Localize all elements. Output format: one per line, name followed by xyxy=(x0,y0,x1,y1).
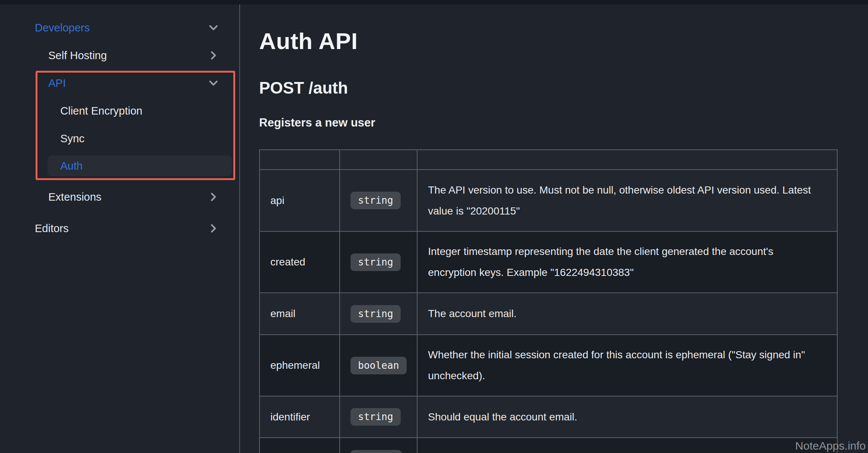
param-name: ephemeral xyxy=(260,335,340,396)
param-name xyxy=(260,438,340,453)
sidebar-item-label: Auth xyxy=(48,160,83,172)
top-edge-strip xyxy=(0,0,868,4)
param-type-cell: string xyxy=(340,170,417,231)
sidebar-item-self-hosting[interactable]: Self Hosting xyxy=(0,47,239,64)
type-badge: string xyxy=(350,192,401,209)
table-row-partial xyxy=(260,438,837,453)
sidebar-item-label: Extensions xyxy=(0,191,101,203)
chevron-down-icon[interactable] xyxy=(207,76,220,90)
param-type-cell: string xyxy=(340,293,417,335)
param-type-cell: string xyxy=(340,231,417,293)
param-description: Integer timestamp representing the date … xyxy=(428,241,824,283)
param-type-cell: string xyxy=(340,396,417,438)
sidebar-item-label: Self Hosting xyxy=(0,49,107,62)
sidebar-item-label: API xyxy=(0,77,66,89)
sidebar-item-extensions[interactable]: Extensions xyxy=(0,189,239,205)
param-description-cell: Whether the initial session created for … xyxy=(417,335,837,396)
table-row-ephemeral: ephemeral boolean Whether the initial se… xyxy=(260,335,837,396)
endpoint-description: Registers a new user xyxy=(259,116,375,130)
sidebar-item-label: Editors xyxy=(0,222,69,235)
sidebar-nav: Developers Self Hosting API Client Encry… xyxy=(0,4,239,453)
param-name: email xyxy=(260,293,340,335)
param-name: created xyxy=(260,231,340,293)
type-badge: string xyxy=(350,408,401,426)
table-row-created: created string Integer timestamp represe… xyxy=(260,231,837,293)
type-badge: string xyxy=(350,305,401,323)
sidebar-item-label: Developers xyxy=(0,22,90,34)
param-name: api xyxy=(260,170,340,231)
header-cell xyxy=(417,150,837,170)
param-description: Whether the initial session created for … xyxy=(428,344,824,386)
header-cell xyxy=(340,150,417,170)
type-badge: string xyxy=(350,253,401,271)
sidebar-item-developers[interactable]: Developers xyxy=(0,19,239,36)
sidebar-divider xyxy=(239,4,240,453)
param-description-cell: Integer timestamp representing the date … xyxy=(417,231,837,293)
sidebar-item-editors[interactable]: Editors xyxy=(0,220,239,237)
param-description-cell: The API version to use. Must not be null… xyxy=(417,170,837,231)
param-description: The API version to use. Must not be null… xyxy=(428,180,824,222)
params-table: api string The API version to use. Must … xyxy=(259,149,838,453)
header-cell xyxy=(260,150,340,170)
sidebar-item-sync[interactable]: Sync xyxy=(0,130,239,147)
endpoint-heading: POST /auth xyxy=(259,79,348,97)
sidebar-item-auth[interactable]: Auth xyxy=(48,155,232,176)
sidebar-item-client-encryption[interactable]: Client Encryption xyxy=(0,103,239,119)
page-title: Auth API xyxy=(259,28,358,54)
watermark: NoteApps.info xyxy=(795,440,866,452)
type-badge-partial xyxy=(350,450,402,453)
param-description: Should equal the account email. xyxy=(428,407,824,428)
table-header-row xyxy=(260,150,837,170)
param-description-cell: The account email. xyxy=(417,293,837,335)
type-badge: boolean xyxy=(350,357,407,374)
table-row-email: email string The account email. xyxy=(260,293,837,335)
param-description-cell: Should equal the account email. xyxy=(417,396,837,438)
table-row-api: api string The API version to use. Must … xyxy=(260,170,837,231)
chevron-right-icon[interactable] xyxy=(207,222,220,235)
param-description-cell xyxy=(417,438,837,453)
sidebar-item-label: Client Encryption xyxy=(0,105,142,117)
docs-page: Developers Self Hosting API Client Encry… xyxy=(0,0,868,453)
param-name: identifier xyxy=(260,396,340,438)
param-type-cell: boolean xyxy=(340,335,417,396)
sidebar-item-label: Sync xyxy=(0,133,84,145)
chevron-right-icon[interactable] xyxy=(207,190,220,204)
sidebar-item-api[interactable]: API xyxy=(0,75,239,91)
param-description: The account email. xyxy=(428,303,824,324)
chevron-right-icon[interactable] xyxy=(207,49,220,62)
chevron-down-icon[interactable] xyxy=(207,21,220,34)
param-type-cell xyxy=(340,438,417,453)
table-row-identifier: identifier string Should equal the accou… xyxy=(260,396,837,438)
